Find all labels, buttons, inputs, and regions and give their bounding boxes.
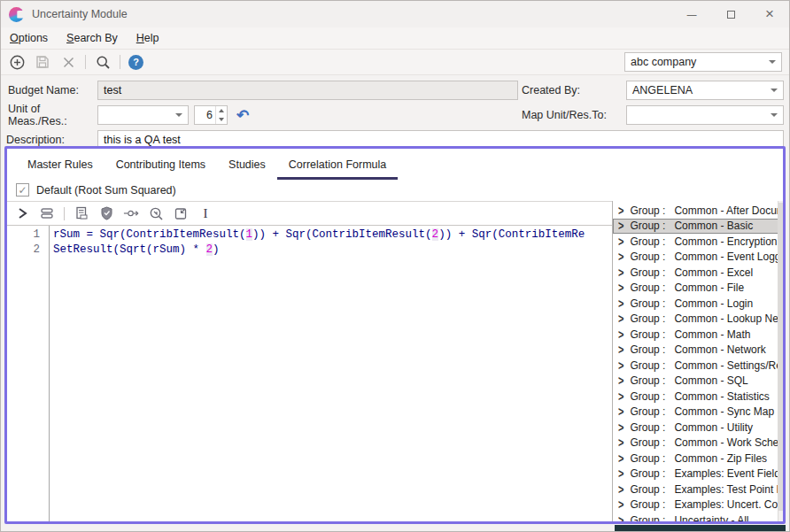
help-button[interactable]: ? <box>128 55 143 70</box>
window-controls: ─ × <box>672 1 789 27</box>
group-list-scrollbar[interactable] <box>778 201 783 521</box>
group-list-item[interactable]: >Group :Common - File <box>613 281 783 297</box>
expand-chevron-icon[interactable]: > <box>618 220 623 233</box>
expand-chevron-icon[interactable]: > <box>618 467 623 481</box>
code-editor[interactable]: 12 rSum = Sqr(ContribItemResult(1)) + Sq… <box>7 226 612 521</box>
expand-chevron-icon[interactable]: > <box>618 405 623 419</box>
group-list-item[interactable]: >Group :Common - Math <box>613 327 783 343</box>
group-prefix: Group : <box>630 514 674 521</box>
tab-studies[interactable]: Studies <box>217 153 277 180</box>
add-button[interactable] <box>8 53 26 71</box>
group-list-item[interactable]: >Group :Common - Event Loggin <box>613 250 783 266</box>
company-combobox-value: abc company <box>631 56 696 68</box>
group-list-item[interactable]: >Group :Common - Sync Map <box>613 405 783 420</box>
tab-contributing-items[interactable]: Contributing Items <box>105 153 217 180</box>
group-list-item[interactable]: >Group :Common - Encryption <box>613 234 783 250</box>
created-by-combobox[interactable]: ANGELENA <box>626 81 784 100</box>
search-icon <box>96 55 111 70</box>
resolution-spinner[interactable]: 6 <box>194 105 228 125</box>
shield-check-icon[interactable] <box>98 205 114 221</box>
maximize-icon <box>727 11 735 19</box>
search-button[interactable] <box>94 53 112 71</box>
menu-item-search-by[interactable]: Search By <box>66 32 118 44</box>
layers-icon[interactable] <box>39 205 55 221</box>
menu-item-options[interactable]: Options <box>10 32 48 44</box>
expand-chevron-icon[interactable]: > <box>618 436 623 450</box>
group-list-item[interactable]: >Group :Common - Network <box>613 343 783 359</box>
group-list-item[interactable]: >Group :Common - Lookup Next <box>613 312 783 328</box>
group-name: Common - Sync Map <box>674 405 780 418</box>
expand-chevron-icon[interactable]: > <box>618 251 623 264</box>
undo-button[interactable]: ↶ <box>236 108 249 123</box>
company-combobox[interactable]: abc company <box>624 52 782 72</box>
line-number: 1 <box>7 228 49 243</box>
expand-chevron-icon[interactable]: > <box>618 266 623 279</box>
expand-chevron-icon[interactable]: > <box>618 281 623 295</box>
watch-probe-icon[interactable] <box>123 205 139 221</box>
spinner-down-button[interactable] <box>216 115 227 124</box>
text-cursor-icon[interactable]: I <box>198 205 213 221</box>
spinner-up-button[interactable] <box>216 106 227 115</box>
expand-chevron-icon[interactable]: > <box>618 312 623 326</box>
expand-chevron-icon[interactable]: > <box>618 389 623 403</box>
budget-form: Budget Name: test Created By: ANGELENA U… <box>1 75 789 153</box>
expand-chevron-icon[interactable]: > <box>618 359 623 372</box>
expand-chevron-icon[interactable]: > <box>618 498 623 512</box>
scrollbar-thumb[interactable] <box>778 203 783 511</box>
group-name: Examples: Uncert. Cont <box>674 498 780 511</box>
splitter-handle[interactable]: ●●● <box>612 351 613 361</box>
expand-chevron-icon[interactable]: > <box>618 374 623 388</box>
group-prefix: Group : <box>630 235 674 248</box>
expand-chevron-icon[interactable]: > <box>618 420 623 434</box>
zoom-search-icon[interactable] <box>148 205 164 221</box>
group-list-item[interactable]: >Group :Common - Statistics <box>613 389 783 405</box>
menu-item-help[interactable]: Help <box>136 32 159 44</box>
close-button[interactable]: × <box>750 1 789 27</box>
chevron-right-icon[interactable] <box>14 205 30 221</box>
tab-bar: Master RulesContributing ItemsStudiesCor… <box>7 149 783 180</box>
resolution-spinner-value: 6 <box>195 106 215 124</box>
export-box-icon[interactable] <box>173 205 189 221</box>
code-lines[interactable]: rSum = Sqr(ContribItemResult(1)) + Sqr(C… <box>50 226 612 521</box>
code-line[interactable]: rSum = Sqr(ContribItemResult(1)) + Sqr(C… <box>53 228 612 243</box>
tab-master-rules[interactable]: Master Rules <box>16 153 105 180</box>
expand-chevron-icon[interactable]: > <box>618 235 623 248</box>
document-list-icon[interactable] <box>74 205 89 221</box>
group-list-item[interactable]: >Group :Common - Excel <box>613 265 783 281</box>
delete-button[interactable] <box>59 53 77 71</box>
expand-chevron-icon[interactable]: > <box>618 513 623 521</box>
minimize-button[interactable]: ─ <box>672 1 711 27</box>
group-list-item[interactable]: >Group :Common - Work Sched <box>613 436 783 451</box>
group-list-item[interactable]: >Group :Examples: Event Fields <box>613 466 783 482</box>
unit-of-meas-combobox[interactable] <box>97 105 189 125</box>
menu-bar: OptionsSearch ByHelp <box>1 27 789 50</box>
code-line[interactable]: SetResult(Sqrt(rSum) * 2) <box>53 243 612 258</box>
group-prefix: Group : <box>630 297 674 310</box>
chevron-down-icon <box>769 60 776 64</box>
group-list-item[interactable]: >Group :Common - Utility <box>613 420 783 436</box>
group-list-item[interactable]: >Group :Common - Login <box>613 296 783 312</box>
map-unit-combobox[interactable] <box>626 105 784 125</box>
save-button[interactable] <box>34 53 51 71</box>
expand-chevron-icon[interactable]: > <box>618 328 623 341</box>
default-checkbox-row: ✓ Default (Root Sum Squared) <box>7 180 783 201</box>
group-name: Examples: Event Fields <box>674 467 780 480</box>
group-list-item[interactable]: >Group :Common - Basic <box>613 219 783 235</box>
expand-chevron-icon[interactable]: > <box>618 343 623 357</box>
tab-correlation-formula[interactable]: Correlation Formula <box>277 153 398 180</box>
budget-name-input[interactable]: test <box>97 81 518 100</box>
group-list-item[interactable]: >Group :Examples: Uncert. Cont <box>613 497 783 513</box>
group-list-item[interactable]: >Group :Uncertainty - All <box>613 513 783 521</box>
group-list-item[interactable]: >Group :Common - Settings/Ref <box>613 358 783 374</box>
group-list-item[interactable]: >Group :Common - After Docume <box>613 203 783 219</box>
default-checkbox[interactable]: ✓ <box>16 183 29 197</box>
expand-chevron-icon[interactable]: > <box>618 482 623 496</box>
expand-chevron-icon[interactable]: > <box>618 451 623 465</box>
expand-chevron-icon[interactable]: > <box>618 204 623 217</box>
group-list-item[interactable]: >Group :Common - SQL <box>613 374 783 389</box>
group-list-item[interactable]: >Group :Common - Zip Files <box>613 451 783 466</box>
expand-chevron-icon[interactable]: > <box>618 297 623 310</box>
group-list-item[interactable]: >Group :Examples: Test Point Fi <box>613 482 783 497</box>
group-prefix: Group : <box>630 328 674 341</box>
maximize-button[interactable] <box>711 1 750 27</box>
